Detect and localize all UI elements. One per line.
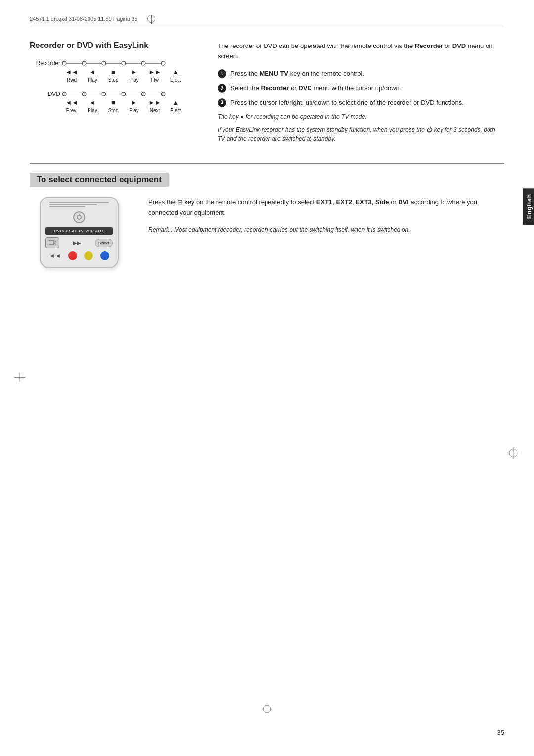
- recorder-diagram: Recorder: [30, 60, 198, 83]
- easylink-left: Recorder or DVD with EasyLink Recorder: [30, 41, 198, 143]
- steps-list: 1 Press the MENU TV key on the remote co…: [218, 69, 504, 108]
- step-2: 2 Select the Recorder or DVD menu with t…: [218, 83, 504, 93]
- icon-play4: ►Play: [124, 98, 144, 113]
- svg-point-10: [161, 61, 165, 65]
- power-button[interactable]: [73, 211, 85, 223]
- dvd-label: DVD: [30, 91, 60, 97]
- meta-header: 24571.1 en.qxd 31-08-2005 11:59 Pagina 3…: [30, 15, 504, 23]
- registration-mark-top: [147, 15, 155, 23]
- remote-line-3: [49, 206, 85, 207]
- svg-point-21: [161, 92, 165, 96]
- intro-paragraph: The recorder or DVD can be operated with…: [218, 41, 504, 62]
- svg-point-4: [102, 61, 106, 65]
- svg-line-25: [54, 241, 56, 242]
- rewind-icon[interactable]: ◄◄: [49, 252, 61, 259]
- svg-rect-24: [49, 241, 54, 245]
- icon-rwd: ◄◄Rwd: [61, 68, 82, 83]
- icon-stop1: ■Stop: [103, 68, 124, 83]
- remote-top-lines: [45, 202, 113, 207]
- power-icon: [76, 214, 82, 220]
- dvd-icons-row: ◄◄Prev. ◄Play ■Stop ►Play ►►Next ▲Eject: [61, 98, 198, 113]
- icon-next: ►►Next: [144, 98, 165, 113]
- svg-point-2: [82, 61, 86, 65]
- easylink-title: Recorder or DVD with EasyLink: [30, 41, 198, 50]
- icon-play3: ◄Play: [82, 98, 103, 113]
- select-equipment-title: To select connected equipment: [30, 173, 169, 187]
- svg-point-11: [62, 92, 66, 96]
- step-1-text: Press the MENU TV key on the remote cont…: [230, 69, 364, 79]
- color-buttons-row: ◄◄: [45, 251, 113, 260]
- blue-button[interactable]: [100, 251, 109, 260]
- icon-play1: ◄Play: [82, 68, 103, 83]
- remote-line-1: [49, 202, 109, 203]
- ff-button[interactable]: ▶▶: [73, 240, 81, 246]
- icon-stop2: ■Stop: [103, 98, 124, 113]
- select-button[interactable]: Select: [95, 239, 113, 247]
- svg-point-15: [102, 92, 106, 96]
- icon-prev: ◄◄Prev.: [61, 98, 82, 113]
- icon-ffw: ►►Ffw: [144, 68, 165, 83]
- step-1-num: 1: [218, 69, 226, 78]
- svg-point-0: [62, 61, 66, 65]
- dvd-diagram: DVD ◄◄P: [30, 91, 198, 113]
- icon-play2: ►Play: [124, 68, 144, 83]
- select-content: DVD/R SAT TV VCR AUX ▶▶ S: [30, 197, 504, 268]
- step-3: 3 Press the cursor left/right, up/down t…: [218, 98, 504, 108]
- svg-point-6: [122, 61, 126, 65]
- recorder-label: Recorder: [30, 60, 60, 67]
- step-2-text: Select the Recorder or DVD menu with the…: [230, 83, 401, 93]
- svg-point-13: [82, 92, 86, 96]
- remote-illustration: DVD/R SAT TV VCR AUX ▶▶ S: [30, 197, 129, 268]
- easylink-section: Recorder or DVD with EasyLink Recorder: [30, 41, 504, 143]
- red-button[interactable]: [68, 251, 77, 260]
- svg-point-17: [122, 92, 126, 96]
- recorder-line-svg: [62, 60, 176, 66]
- svg-point-8: [141, 61, 145, 65]
- step-3-num: 3: [218, 98, 226, 107]
- easylink-instructions: The recorder or DVD can be operated with…: [218, 41, 504, 143]
- remote-body: DVD/R SAT TV VCR AUX ▶▶ S: [40, 197, 119, 268]
- dvd-line-svg: [62, 91, 176, 97]
- svg-line-26: [54, 243, 56, 244]
- right-crosshair: [507, 447, 519, 460]
- svg-point-22: [77, 215, 81, 219]
- source-bar: DVD/R SAT TV VCR AUX: [45, 227, 113, 235]
- remote-middle-row: ▶▶ Select: [45, 237, 113, 248]
- note-1: The key ● for recording can be operated …: [218, 112, 504, 121]
- yellow-button[interactable]: [84, 251, 93, 260]
- icon-eject1: ▲Eject: [165, 68, 186, 83]
- file-info: 24571.1 en.qxd 31-08-2005 11:59 Pagina 3…: [30, 16, 137, 22]
- remote-line-2: [49, 204, 97, 205]
- step-3-text: Press the cursor left/right, up/down to …: [230, 98, 464, 108]
- svg-point-19: [141, 92, 145, 96]
- source-icon-button[interactable]: [45, 237, 59, 248]
- bottom-crosshair: [261, 703, 273, 716]
- page: 24571.1 en.qxd 31-08-2005 11:59 Pagina 3…: [0, 0, 534, 756]
- left-crosshair: [15, 373, 25, 384]
- select-instructions: Press the ⊟ key on the remote control re…: [148, 197, 504, 268]
- select-equipment-section: To select connected equipment: [30, 163, 504, 268]
- top-rule: [30, 27, 504, 27]
- note-2: If your EasyLink recorder has the system…: [218, 125, 504, 143]
- step-2-num: 2: [218, 84, 226, 93]
- icon-eject2: ▲Eject: [165, 98, 186, 113]
- page-number: 35: [497, 729, 504, 736]
- select-remark: Remark : Most equipment (decoder, record…: [148, 225, 504, 234]
- source-icon: [49, 240, 56, 245]
- step-1: 1 Press the MENU TV key on the remote co…: [218, 69, 504, 79]
- select-main-text: Press the ⊟ key on the remote control re…: [148, 197, 504, 218]
- language-tab: English: [523, 188, 534, 225]
- recorder-icons-row: ◄◄Rwd ◄Play ■Stop ►Play ►►Ffw ▲Eject: [61, 68, 198, 83]
